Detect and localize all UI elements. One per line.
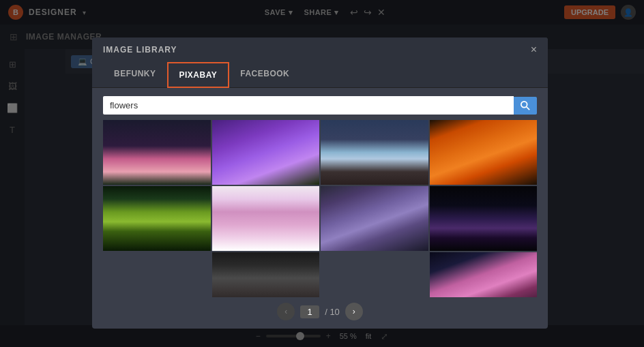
list-item[interactable] bbox=[212, 186, 320, 251]
pagination: ‹ 1 / 10 › bbox=[92, 297, 548, 329]
image-thumbnail bbox=[430, 252, 538, 297]
search-icon bbox=[521, 101, 530, 110]
page-number-input[interactable]: 1 bbox=[300, 305, 319, 318]
list-item[interactable] bbox=[103, 120, 211, 185]
image-thumbnail bbox=[103, 120, 211, 185]
page-total: / 10 bbox=[325, 307, 340, 317]
image-thumbnail bbox=[321, 252, 428, 297]
list-item[interactable] bbox=[430, 120, 538, 185]
image-thumbnail bbox=[430, 120, 538, 185]
image-thumbnail bbox=[103, 252, 211, 297]
image-grid bbox=[92, 120, 548, 297]
image-thumbnail bbox=[430, 186, 538, 251]
tab-facebook[interactable]: FACEBOOK bbox=[229, 62, 300, 87]
modal-close-button[interactable]: × bbox=[531, 44, 537, 55]
svg-line-1 bbox=[527, 106, 529, 109]
modal-tabs: BEFUNKY PIXABAY FACEBOOK bbox=[92, 62, 548, 88]
list-item[interactable] bbox=[430, 252, 538, 297]
image-thumbnail bbox=[321, 120, 428, 185]
image-thumbnail bbox=[212, 186, 320, 251]
modal-header: IMAGE LIBRARY × bbox=[92, 37, 548, 62]
image-thumbnail bbox=[103, 186, 211, 251]
tab-befunky[interactable]: BEFUNKY bbox=[103, 62, 167, 87]
next-page-button[interactable]: › bbox=[345, 303, 363, 320]
search-button[interactable] bbox=[514, 97, 537, 115]
search-area bbox=[92, 88, 548, 120]
image-thumbnail bbox=[212, 252, 320, 297]
list-item[interactable] bbox=[103, 252, 211, 297]
list-item[interactable] bbox=[321, 252, 428, 297]
search-input[interactable] bbox=[103, 96, 514, 115]
list-item[interactable] bbox=[321, 120, 428, 185]
list-item[interactable] bbox=[430, 186, 538, 251]
image-thumbnail bbox=[212, 120, 320, 185]
tab-pixabay[interactable]: PIXABAY bbox=[167, 62, 230, 88]
modal-title: IMAGE LIBRARY bbox=[103, 45, 177, 55]
list-item[interactable] bbox=[321, 186, 428, 251]
list-item[interactable] bbox=[212, 252, 320, 297]
list-item[interactable] bbox=[212, 120, 320, 185]
svg-point-0 bbox=[521, 101, 527, 107]
image-library-modal: IMAGE LIBRARY × BEFUNKY PIXABAY FACEBOOK bbox=[92, 37, 548, 329]
prev-page-button[interactable]: ‹ bbox=[277, 303, 295, 320]
image-thumbnail bbox=[321, 186, 428, 251]
list-item[interactable] bbox=[103, 186, 211, 251]
